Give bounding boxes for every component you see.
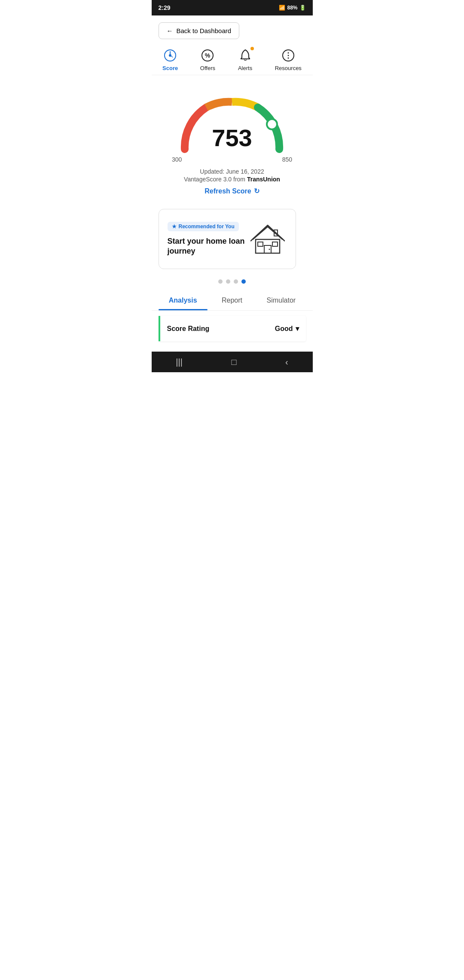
tab-alerts[interactable]: Alerts xyxy=(238,48,253,71)
tab-score[interactable]: Score xyxy=(162,48,178,71)
dot-4[interactable] xyxy=(241,279,246,284)
score-section: 753 300 850 Updated: June 16, 2022 Vanta… xyxy=(152,75,313,202)
alerts-tab-label: Alerts xyxy=(238,65,252,71)
refresh-score-button[interactable]: Refresh Score ↻ xyxy=(205,187,259,195)
tab-resources[interactable]: Resources xyxy=(275,48,302,71)
score-rating-label: Score Rating xyxy=(167,325,210,333)
svg-point-13 xyxy=(269,248,270,250)
offers-tab-label: Offers xyxy=(200,65,215,71)
score-rating-row[interactable]: Score Rating Good ▾ xyxy=(159,316,306,341)
nav-back-button[interactable]: ‹ xyxy=(275,354,299,371)
battery-icon: 🔋 xyxy=(299,5,306,11)
score-rating-text: Good xyxy=(275,325,293,333)
gauge-wrap: 753 xyxy=(172,89,292,158)
battery-label: 88% xyxy=(287,5,297,11)
score-source: VantageScore 3.0 from TransUnion xyxy=(184,176,280,183)
svg-rect-14 xyxy=(258,242,263,246)
score-updated: Updated: June 16, 2022 xyxy=(200,168,264,175)
card-title: Start your home loan journey xyxy=(168,236,248,257)
svg-rect-15 xyxy=(272,242,278,246)
refresh-icon: ↻ xyxy=(254,187,259,195)
status-time: 2:29 xyxy=(159,4,171,11)
dot-3[interactable] xyxy=(234,279,238,284)
back-to-dashboard-button[interactable]: ← Back to Dashboard xyxy=(159,22,240,39)
back-button-wrap: ← Back to Dashboard xyxy=(152,15,313,43)
analysis-tab-analysis[interactable]: Analysis xyxy=(159,291,208,310)
score-value: 753 xyxy=(212,126,252,150)
nav-menu-button[interactable]: ||| xyxy=(165,354,193,371)
card-left: ★ Recommended for You Start your home lo… xyxy=(168,222,248,257)
carousel-dots xyxy=(152,276,313,291)
score-source-text: VantageScore 3.0 from xyxy=(184,176,247,183)
cards-section: ★ Recommended for You Start your home lo… xyxy=(152,202,313,276)
bottom-nav: ||| □ ‹ xyxy=(152,352,313,372)
svg-point-10 xyxy=(267,119,277,129)
analysis-tabs: Analysis Report Simulator xyxy=(152,291,313,311)
card-house-icon xyxy=(248,222,287,256)
analysis-tab-simulator[interactable]: Simulator xyxy=(256,291,305,310)
svg-point-9 xyxy=(287,58,289,59)
tab-nav: Score % Offers Alerts xyxy=(152,43,313,75)
score-source-bold: TransUnion xyxy=(247,176,280,183)
resources-tab-label: Resources xyxy=(275,65,302,71)
cards-scroll: ★ Recommended for You Start your home lo… xyxy=(152,209,313,269)
badge-star-icon: ★ xyxy=(172,224,177,230)
notification-dot xyxy=(250,47,254,50)
score-tab-label: Score xyxy=(162,65,178,71)
nav-home-button[interactable]: □ xyxy=(221,354,247,371)
recommended-badge: ★ Recommended for You xyxy=(168,222,239,231)
status-right: 📶 88% 🔋 xyxy=(279,5,305,11)
score-icon xyxy=(162,48,178,63)
svg-point-7 xyxy=(287,52,289,54)
back-arrow-icon: ← xyxy=(167,27,173,34)
offers-icon: % xyxy=(200,48,215,63)
status-bar: 2:29 📶 88% 🔋 xyxy=(152,0,313,15)
chevron-down-icon: ▾ xyxy=(296,325,299,333)
signal-icon: 📶 xyxy=(279,5,285,11)
badge-label: Recommended for You xyxy=(179,224,235,230)
analysis-tab-report[interactable]: Report xyxy=(208,291,256,310)
refresh-label: Refresh Score xyxy=(205,187,251,195)
alerts-icon xyxy=(238,48,253,63)
svg-rect-12 xyxy=(264,245,271,253)
back-button-label: Back to Dashboard xyxy=(177,27,232,34)
recommendation-card[interactable]: ★ Recommended for You Start your home lo… xyxy=(159,209,296,269)
svg-text:%: % xyxy=(205,52,211,59)
resources-icon xyxy=(281,48,296,63)
dot-1[interactable] xyxy=(218,279,223,284)
svg-point-8 xyxy=(287,55,289,56)
tab-offers[interactable]: % Offers xyxy=(200,48,215,71)
score-rating-value: Good ▾ xyxy=(275,325,299,333)
dot-2[interactable] xyxy=(226,279,230,284)
